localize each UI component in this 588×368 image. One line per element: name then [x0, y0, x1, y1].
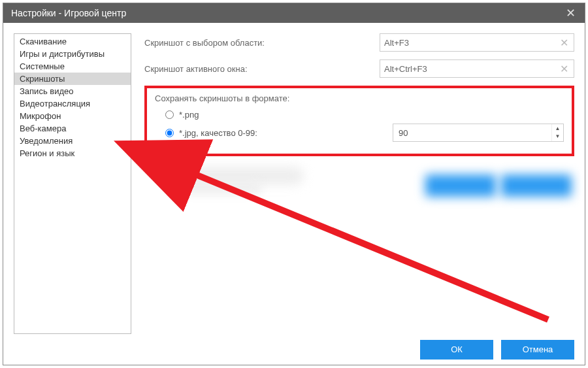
sidebar-item-notifications[interactable]: Уведомления — [14, 135, 131, 147]
radio-jpg-label: *.jpg, качество 0-99: — [179, 128, 257, 138]
hotkey-window-label: Скриншот активного окна: — [144, 64, 380, 74]
radio-png-label: *.png — [179, 110, 199, 120]
format-title: Сохранять скриншоты в формате: — [155, 93, 564, 103]
hotkey-window-row: Скриншот активного окна: ✕ — [144, 59, 574, 78]
sidebar-item-system[interactable]: Системные — [14, 60, 131, 73]
hotkey-area-input[interactable] — [384, 38, 559, 48]
sidebar-item-download[interactable]: Скачивание — [14, 35, 131, 48]
clear-icon[interactable]: ✕ — [559, 63, 570, 75]
hotkey-area-label: Скриншот с выбором области: — [144, 38, 380, 48]
titlebar: Настройки - Игровой центр ✕ — [3, 3, 585, 23]
jpg-quality-input[interactable] — [393, 124, 551, 141]
sidebar-item-streaming[interactable]: Видеотрансляция — [14, 97, 131, 110]
cancel-button[interactable]: Отмена — [501, 340, 574, 360]
hotkey-window-input-wrap[interactable]: ✕ — [380, 59, 574, 78]
hotkey-window-input[interactable] — [384, 64, 559, 74]
footer: ОК Отмена — [3, 334, 585, 365]
blurred-region — [151, 164, 576, 203]
radio-jpg[interactable]: *.jpg, качество 0-99: ▲ ▼ — [165, 124, 564, 142]
blurred-content — [177, 182, 262, 194]
radio-png-input[interactable] — [165, 110, 174, 119]
content-area: Скачивание Игры и дистрибутивы Системные… — [3, 23, 585, 334]
sidebar-item-webcam[interactable]: Веб-камера — [14, 122, 131, 135]
sidebar-item-microphone[interactable]: Микрофон — [14, 110, 131, 122]
sidebar: Скачивание Игры и дистрибутивы Системные… — [14, 33, 131, 334]
blurred-button — [425, 175, 496, 197]
sidebar-item-games[interactable]: Игры и дистрибутивы — [14, 48, 131, 60]
sidebar-item-screenshots[interactable]: Скриншоты — [14, 73, 131, 85]
ok-button[interactable]: ОК — [420, 340, 493, 360]
spinner-buttons: ▲ ▼ — [551, 124, 563, 141]
blurred-button — [501, 175, 572, 197]
jpg-quality-spinner[interactable]: ▲ ▼ — [393, 124, 564, 142]
settings-window: Настройки - Игровой центр ✕ Скачивание И… — [3, 3, 585, 365]
spinner-down-icon[interactable]: ▼ — [552, 133, 563, 141]
radio-png[interactable]: *.png — [165, 110, 564, 120]
hotkey-area-input-wrap[interactable]: ✕ — [380, 33, 574, 52]
clear-icon[interactable]: ✕ — [559, 37, 570, 49]
hotkey-area-row: Скриншот с выбором области: ✕ — [144, 33, 574, 52]
radio-jpg-input[interactable] — [165, 129, 174, 137]
format-highlight-box: Сохранять скриншоты в формате: *.png *.j… — [144, 86, 574, 156]
sidebar-item-video-record[interactable]: Запись видео — [14, 85, 131, 97]
close-icon[interactable]: ✕ — [564, 6, 577, 20]
spinner-up-icon[interactable]: ▲ — [552, 125, 563, 133]
window-title: Настройки - Игровой центр — [11, 8, 564, 18]
sidebar-item-region-lang[interactable]: Регион и язык — [14, 147, 131, 159]
